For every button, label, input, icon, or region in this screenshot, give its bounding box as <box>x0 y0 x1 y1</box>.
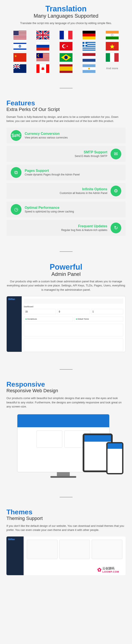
svg-rect-65 <box>83 64 96 67</box>
responsive-desc: Our products come with beautiful but sim… <box>6 396 126 409</box>
flag-brazil <box>56 53 76 62</box>
flag-argentina <box>79 64 99 73</box>
translation-desc: Translate the script into any language o… <box>6 21 126 25</box>
svg-rect-35 <box>83 44 87 45</box>
themes-screenshot: Bitflan ✿ 云创源码 LOOWP.COM <box>6 536 126 575</box>
flag-greece <box>79 42 99 50</box>
svg-point-48 <box>38 54 41 57</box>
feature-updates: ↻ Frequent Updates Regular bug fixes & f… <box>6 220 126 236</box>
svg-rect-17 <box>106 36 119 39</box>
svg-rect-20 <box>13 43 26 44</box>
flag-turkey <box>56 42 76 50</box>
svg-point-27 <box>63 44 66 48</box>
features-desc: Domain Tools is fully-featured by design… <box>6 115 126 123</box>
section-divider <box>60 251 73 252</box>
section-divider <box>60 497 73 497</box>
svg-rect-13 <box>83 34 96 36</box>
svg-rect-61 <box>46 64 49 73</box>
themes-title: Themes <box>6 508 126 516</box>
svg-rect-53 <box>83 59 96 62</box>
flag-france <box>56 31 76 39</box>
flag-vietnam <box>102 42 122 50</box>
svg-rect-4 <box>13 35 26 36</box>
refresh-icon: ↻ <box>111 222 121 233</box>
feature-title: Currency Conversion <box>25 132 121 136</box>
flag-italy <box>102 53 122 62</box>
feature-title: Optimal Performance <box>25 206 121 210</box>
feature-desc: Create dynamic Pages through the Admin P… <box>25 173 121 176</box>
flag-china <box>10 53 30 62</box>
svg-rect-52 <box>83 56 96 59</box>
svg-rect-54 <box>106 53 110 62</box>
flag-india <box>102 31 122 39</box>
mail-icon: ✉ <box>111 148 121 159</box>
svg-rect-37 <box>13 53 26 62</box>
svg-rect-23 <box>36 45 49 48</box>
svg-rect-51 <box>83 53 96 56</box>
responsive-subtitle: Responsive Web Design <box>6 388 126 394</box>
translation-title: Translation <box>6 4 126 13</box>
svg-rect-43 <box>36 58 49 59</box>
gauge-icon: ◷ <box>11 204 21 215</box>
feature-performance: ◷ Optimal Performance Speed is optimized… <box>6 202 126 218</box>
svg-rect-21 <box>13 48 26 50</box>
svg-rect-67 <box>83 70 96 73</box>
feature-desc: Send E-Mails through SMTP <box>11 154 107 158</box>
themes-desc: If you don't like the default design of … <box>6 524 126 532</box>
feature-desc: Customize all features in the Admin Pane… <box>11 192 107 194</box>
flag-more: And more <box>102 64 122 73</box>
flag-spain <box>56 64 76 73</box>
svg-rect-62 <box>59 64 72 66</box>
features-title: Features <box>6 99 126 107</box>
feature-title: Frequent Updates <box>11 224 107 228</box>
feature-title: Infinite Options <box>11 187 107 191</box>
svg-rect-7 <box>13 31 19 35</box>
svg-rect-63 <box>59 66 72 71</box>
svg-rect-32 <box>83 48 96 50</box>
flag-russia <box>33 42 53 50</box>
responsive-title: Responsive <box>6 380 126 388</box>
svg-rect-10 <box>64 31 68 39</box>
svg-rect-9 <box>59 31 64 39</box>
svg-rect-31 <box>83 47 96 48</box>
svg-rect-24 <box>36 48 49 50</box>
pages-icon: ⧉ <box>11 167 21 178</box>
svg-rect-56 <box>114 53 119 62</box>
svg-rect-59 <box>36 64 40 73</box>
svg-rect-22 <box>36 42 49 45</box>
feature-desc: Speed is optimized by using clever cachi… <box>25 210 121 213</box>
svg-rect-15 <box>106 31 119 34</box>
flag-netherlands <box>79 53 99 62</box>
svg-point-68 <box>88 68 90 70</box>
powerful-subtitle: Admin Panel <box>6 271 126 277</box>
feature-smtp: ✉ SMTP Support Send E-Mails through SMTP <box>6 146 126 162</box>
flag-israel <box>10 42 30 50</box>
flag-germany <box>79 31 99 39</box>
feature-title: Pages Support <box>25 169 121 173</box>
svg-rect-6 <box>13 38 26 38</box>
svg-rect-45 <box>36 61 49 62</box>
svg-rect-11 <box>68 31 72 39</box>
flag-grid: And more <box>10 31 122 73</box>
flag-australia <box>10 64 30 73</box>
responsive-devices-image <box>6 414 126 479</box>
svg-rect-64 <box>59 71 72 73</box>
flag-canada <box>33 64 53 73</box>
flag-malaysia <box>33 53 53 62</box>
svg-point-50 <box>64 56 68 59</box>
section-divider <box>60 369 73 370</box>
watermark: ✿ 云创源码 LOOWP.COM <box>97 566 119 573</box>
features-subtitle: Extra Perks Of Our Script <box>6 107 126 112</box>
flag-uk <box>33 31 53 39</box>
themes-subtitle: Theming Support <box>6 516 126 521</box>
svg-rect-55 <box>110 53 114 62</box>
feature-desc: View prices across various currencies <box>25 136 121 139</box>
svg-rect-44 <box>36 60 49 60</box>
feature-desc: Regular bug fixes & feature-rich updates <box>11 228 107 232</box>
powerful-desc: Our products ship with a custom built cl… <box>6 279 126 292</box>
section-divider <box>60 88 73 88</box>
svg-rect-12 <box>83 31 96 34</box>
svg-rect-14 <box>83 36 96 39</box>
powerful-title: Powerful <box>6 262 126 272</box>
feature-pages: ⧉ Pages Support Create dynamic Pages thr… <box>6 164 126 180</box>
